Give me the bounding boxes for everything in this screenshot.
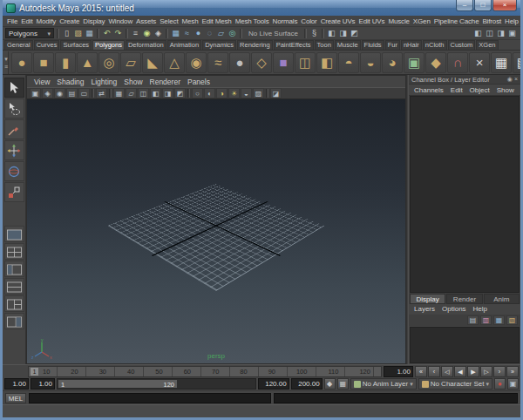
poly-plane-icon[interactable]: ▱ (120, 52, 141, 73)
boolean-difference-icon[interactable]: ◒ (360, 52, 381, 73)
textured-icon[interactable]: ◑ (216, 88, 228, 98)
shelf-tab[interactable]: Custom (448, 40, 476, 50)
new-render-layer-icon[interactable]: ▦ (493, 315, 505, 325)
poly-soccer-ball-icon[interactable]: ● (229, 52, 250, 73)
scale-tool-button[interactable] (4, 182, 24, 202)
safe-title-icon[interactable]: ◩ (174, 88, 186, 98)
layout-single-pane-button[interactable] (4, 226, 24, 242)
current-time-field[interactable]: 1.00 (384, 366, 413, 377)
menu-item[interactable]: Help (503, 17, 520, 25)
channel-box-menu-item[interactable]: Show (493, 85, 518, 95)
snap-view-plane-icon[interactable]: ▱ (215, 28, 227, 39)
render-settings-icon[interactable]: ◩ (349, 28, 360, 39)
menu-item[interactable]: Bifrost (480, 17, 503, 25)
gate-mask-icon[interactable]: ◧ (150, 88, 161, 98)
select-hierarchy-icon[interactable]: ≡ (130, 28, 141, 39)
menu-item[interactable]: Color (299, 17, 318, 25)
playback-range-bar[interactable]: 1 120 (58, 380, 177, 388)
layout-three-pane-button[interactable] (4, 295, 24, 312)
divider[interactable] (109, 89, 112, 98)
poly-pipe-icon[interactable]: ◉ (186, 52, 207, 73)
menu-item[interactable]: Display (81, 17, 106, 25)
animation-preferences-icon[interactable]: ▣ (507, 378, 519, 390)
menu-item[interactable]: Edit UVs (357, 17, 386, 25)
shelf-tab[interactable]: PaintEffects (274, 40, 314, 50)
rotate-tool-button[interactable] (4, 161, 24, 181)
pan-zoom-icon[interactable]: ⇄ (96, 88, 107, 98)
perspective-view[interactable]: y x z persp (27, 99, 405, 363)
menu-item[interactable]: Modify (34, 17, 58, 25)
script-language-button[interactable]: MEL (5, 393, 26, 403)
new-empty-layer-icon[interactable]: ▤ (467, 315, 479, 325)
command-input[interactable] (29, 393, 271, 403)
layer-editor-tab[interactable]: Render (446, 294, 482, 304)
command-result[interactable] (274, 393, 518, 403)
select-object-icon[interactable]: ◉ (141, 28, 153, 39)
playback-start-field[interactable]: 1.00 (31, 378, 55, 390)
camera-icon[interactable]: ▣ (30, 88, 41, 98)
shadows-icon[interactable]: ◒ (241, 88, 252, 98)
modeling-toolkit-toggle[interactable]: ▣ (506, 28, 518, 39)
open-scene-icon[interactable]: ▧ (72, 28, 84, 39)
make-live-icon[interactable]: ◎ (227, 28, 238, 39)
undo-icon[interactable]: ↶ (101, 28, 112, 39)
close-button[interactable]: × (492, 0, 517, 11)
play-forward-button[interactable]: ▶ (467, 366, 479, 377)
grid-icon[interactable]: ▦ (113, 88, 125, 98)
menu-item[interactable]: File (5, 17, 19, 25)
snap-projected-center-icon[interactable]: ◌ (204, 28, 215, 39)
divider[interactable] (240, 29, 242, 38)
channel-box-menu-item[interactable]: Edit (447, 85, 466, 95)
uv-planar-projection-icon[interactable]: ▦ (491, 52, 512, 73)
multi-cut-icon[interactable]: × (469, 52, 490, 73)
poly-pyramid-icon[interactable]: △ (164, 52, 185, 73)
channel-box-menu-item[interactable]: Object (466, 85, 493, 95)
snap-grid-icon[interactable]: ▦ (170, 28, 181, 39)
divider[interactable] (57, 29, 59, 38)
poly-helix-icon[interactable]: ≈ (207, 52, 228, 73)
isolate-select-icon[interactable]: ◪ (270, 88, 282, 98)
animation-start-field[interactable]: 1.00 (4, 378, 29, 390)
layout-four-pane-button[interactable] (4, 243, 24, 260)
divider[interactable] (92, 89, 94, 98)
smooth-icon[interactable]: ◕ (382, 52, 403, 73)
menu-item[interactable]: Normals (271, 17, 300, 25)
layer-list[interactable] (410, 327, 520, 363)
shelf-tab[interactable]: General (4, 40, 33, 50)
playback-end-field[interactable]: 120.00 (258, 378, 289, 390)
menu-item[interactable]: Muscle (386, 17, 411, 25)
select-tool-button[interactable] (4, 78, 24, 98)
attribute-editor-toggle[interactable]: ◧ (472, 28, 484, 39)
menu-item[interactable]: Mesh Tools (234, 17, 271, 25)
new-layer-from-selected-icon[interactable]: ▥ (480, 315, 492, 325)
separate-icon[interactable]: ◧ (316, 52, 337, 73)
safe-action-icon[interactable]: ◨ (162, 88, 173, 98)
redo-icon[interactable]: ↷ (112, 28, 124, 39)
channel-box-toggle[interactable]: ◨ (495, 28, 506, 39)
layer-editor-menu-item[interactable]: Layers (411, 304, 438, 315)
play-backward-button[interactable]: ◀ (454, 366, 466, 377)
viewport-menu-item[interactable]: Renderer (146, 78, 184, 86)
save-scene-icon[interactable]: ▦ (84, 28, 95, 39)
layer-editor-menu-item[interactable]: Options (438, 304, 470, 315)
menu-set-dropdown[interactable]: Polygons ▾ (5, 28, 54, 38)
lasso-tool-button[interactable] (4, 98, 24, 119)
menu-item[interactable]: XGen (411, 17, 432, 25)
divider[interactable] (266, 89, 268, 98)
camera-attributes-icon[interactable]: ◉ (54, 88, 65, 98)
shelf-tab[interactable]: Fluids (362, 40, 384, 50)
layout-two-pane-horizontal-button[interactable] (4, 278, 24, 295)
ipr-render-icon[interactable]: ◨ (337, 28, 349, 39)
viewport-menu-item[interactable]: Panels (184, 78, 214, 86)
shelf-tab[interactable]: Rendering (237, 40, 273, 50)
layer-options-icon[interactable]: ▧ (506, 315, 518, 325)
menu-item[interactable]: Create UVs (319, 17, 357, 25)
move-tool-button[interactable] (4, 140, 24, 160)
poly-cone-icon[interactable]: ▲ (77, 52, 98, 73)
set-key-icon[interactable]: ◆ (324, 378, 336, 390)
pin-icon[interactable]: ◉ (507, 75, 513, 84)
shelf-menu-icon[interactable]: ≡ (4, 63, 8, 71)
layer-editor-tab[interactable]: Display (410, 294, 445, 304)
new-scene-icon[interactable]: ▯ (61, 28, 72, 39)
animation-end-field[interactable]: 200.00 (291, 378, 323, 390)
